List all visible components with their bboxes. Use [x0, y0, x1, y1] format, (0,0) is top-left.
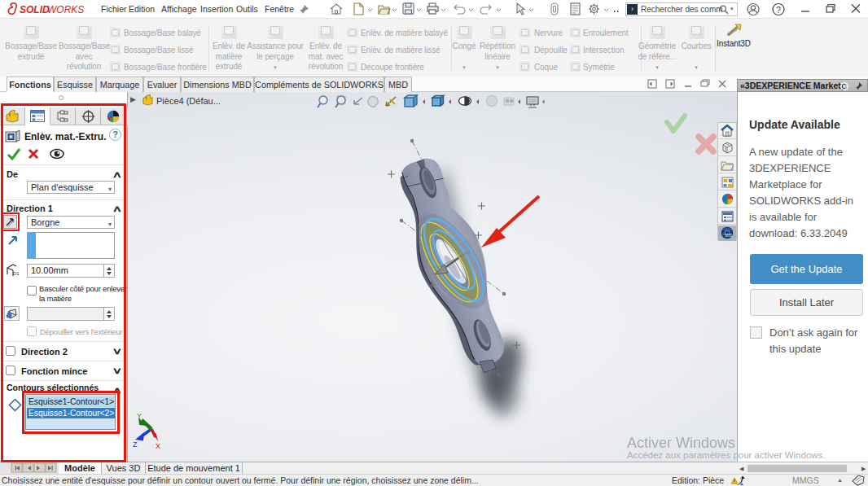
svg-text:Z: Z — [133, 440, 138, 449]
svg-text:X: X — [156, 442, 160, 450]
svg-text:Activer Windows: Activer Windows — [627, 435, 735, 451]
svg-text:WORKS: WORKS — [47, 4, 84, 15]
svg-text:Y: Y — [137, 412, 142, 420]
svg-text:SOLID: SOLID — [20, 4, 50, 15]
svg-text:3DS: 3DS — [725, 234, 732, 238]
svg-text:?: ? — [776, 5, 781, 15]
svg-text:D1: D1 — [13, 271, 20, 276]
